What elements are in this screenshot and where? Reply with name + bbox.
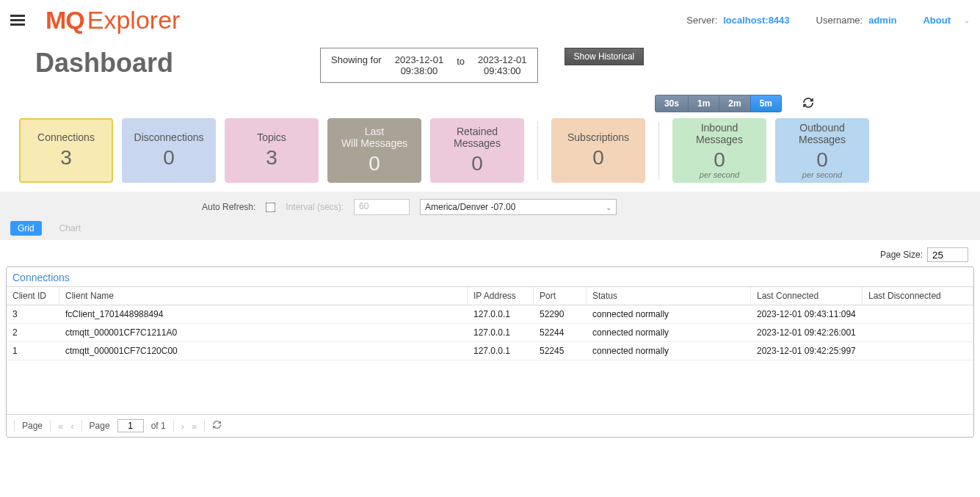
col-last-disc[interactable]: Last Disconnected bbox=[863, 287, 973, 305]
card-separator bbox=[537, 121, 538, 180]
card-subscriptions[interactable]: Subscriptions 0 bbox=[551, 118, 645, 183]
chart-tab[interactable]: Chart bbox=[52, 221, 88, 236]
card-lwt[interactable]: LastWill Messages 0 bbox=[327, 118, 421, 183]
grid-title: Connections bbox=[7, 267, 973, 286]
page-size-label: Page Size: bbox=[880, 250, 923, 260]
table-row[interactable]: 3fcClient_1701448988494127.0.0.152290con… bbox=[7, 305, 973, 324]
username-link[interactable]: admin bbox=[868, 15, 896, 26]
auto-refresh-checkbox[interactable] bbox=[266, 202, 276, 212]
refresh-icon[interactable] bbox=[802, 97, 814, 111]
filters-top: Auto Refresh: Interval (secs): 60 Americ… bbox=[10, 199, 970, 215]
next-page-icon[interactable]: › bbox=[181, 421, 184, 432]
to-time: 09:43:00 bbox=[478, 65, 527, 76]
from-date: 2023-12-01 bbox=[395, 54, 444, 65]
card-inbound[interactable]: InboundMessages 0 per second bbox=[672, 118, 766, 183]
card-title: Connections bbox=[37, 131, 95, 143]
hamburger-icon[interactable] bbox=[10, 12, 25, 28]
card-connections[interactable]: Connections 3 bbox=[19, 118, 113, 183]
header-bar: MQ Explorer Server: localhost:8443 Usern… bbox=[0, 0, 980, 37]
page-label: Page bbox=[22, 421, 43, 431]
card-unit: per second bbox=[802, 170, 842, 179]
logo-explorer: Explorer bbox=[87, 6, 181, 35]
card-topics[interactable]: Topics 3 bbox=[225, 118, 319, 183]
username-label: Username: bbox=[816, 15, 863, 26]
cell: 2023-12-01 09:42:25:997 bbox=[751, 342, 863, 360]
interval-30s-button[interactable]: 30s bbox=[655, 95, 688, 112]
cell: 127.0.0.1 bbox=[468, 305, 534, 323]
cell: connected normally bbox=[587, 324, 751, 341]
cell: 127.0.0.1 bbox=[468, 342, 534, 360]
about-link[interactable]: About bbox=[923, 15, 951, 26]
metric-cards: Connections 3 Disconnections 0 Topics 3 … bbox=[0, 118, 980, 183]
view-mode-tabs: Grid Chart bbox=[10, 215, 970, 236]
showing-for-label: Showing for bbox=[331, 54, 382, 65]
card-title1: Outbound bbox=[799, 122, 845, 134]
grid-header: Client ID Client Name IP Address Port St… bbox=[7, 286, 973, 305]
grid-pager: Page « ‹ Page of 1 › » bbox=[7, 414, 973, 437]
card-retained[interactable]: RetainedMessages 0 bbox=[430, 118, 524, 183]
cell: fcClient_1701448988494 bbox=[59, 305, 468, 323]
col-client-name[interactable]: Client Name bbox=[59, 287, 468, 305]
card-value: 0 bbox=[816, 148, 828, 172]
cell: 2023-12-01 09:42:26:001 bbox=[751, 324, 863, 341]
last-page-icon[interactable]: » bbox=[192, 421, 197, 432]
page-title: Dashboard bbox=[35, 48, 173, 79]
interval-button-group: 30s 1m 2m 5m bbox=[655, 95, 782, 112]
grid-body: 3fcClient_1701448988494127.0.0.152290con… bbox=[7, 305, 973, 414]
col-status[interactable]: Status bbox=[587, 287, 751, 305]
card-value: 0 bbox=[714, 148, 725, 172]
show-historical-button[interactable]: Show Historical bbox=[565, 48, 645, 65]
card-value: 0 bbox=[369, 152, 380, 175]
prev-page-icon[interactable]: ‹ bbox=[70, 421, 73, 432]
server-label: Server: bbox=[686, 15, 717, 26]
grid-tab[interactable]: Grid bbox=[10, 221, 42, 236]
cell: 52290 bbox=[534, 305, 587, 323]
card-title1: Retained bbox=[457, 126, 498, 137]
cell: 2023-12-01 09:43:11:094 bbox=[751, 305, 863, 323]
interval-1m-button[interactable]: 1m bbox=[688, 95, 719, 112]
cell: 1 bbox=[7, 342, 59, 360]
interval-secs-input[interactable]: 60 bbox=[354, 199, 410, 215]
interval-5m-button[interactable]: 5m bbox=[750, 95, 782, 112]
page-size-row: Page Size: bbox=[0, 240, 980, 265]
cell: 127.0.0.1 bbox=[468, 324, 534, 341]
table-row[interactable]: 2ctmqtt_000001CF7C1211A0127.0.0.152244co… bbox=[7, 324, 973, 342]
col-port[interactable]: Port bbox=[534, 287, 587, 305]
card-disconnections[interactable]: Disconnections 0 bbox=[122, 118, 216, 183]
card-title1: Inbound bbox=[701, 122, 738, 134]
card-title: Disconnections bbox=[134, 131, 204, 143]
col-last-conn[interactable]: Last Connected bbox=[751, 287, 863, 305]
to-date: 2023-12-01 bbox=[478, 54, 527, 65]
chevron-down-icon: ⌄ bbox=[606, 203, 611, 211]
cell: connected normally bbox=[587, 305, 751, 323]
app-logo: MQ Explorer bbox=[46, 6, 180, 35]
dashboard-header-row: Dashboard Showing for 2023-12-01 09:38:0… bbox=[0, 37, 980, 87]
time-range-box: Showing for 2023-12-01 09:38:00 to 2023-… bbox=[320, 48, 538, 83]
card-title2: Messages bbox=[454, 137, 501, 149]
card-value: 3 bbox=[266, 146, 277, 170]
page-input[interactable] bbox=[117, 419, 144, 432]
card-title2: Messages bbox=[696, 134, 743, 145]
timezone-value: America/Denver -07.00 bbox=[425, 202, 515, 212]
cell: 52244 bbox=[534, 324, 587, 341]
card-outbound[interactable]: OutboundMessages 0 per second bbox=[775, 118, 869, 183]
from-time: 09:38:00 bbox=[395, 65, 444, 76]
interval-2m-button[interactable]: 2m bbox=[719, 95, 749, 112]
to-label: to bbox=[457, 54, 465, 67]
cell bbox=[863, 324, 973, 341]
chevron-down-icon[interactable]: ⌄ bbox=[964, 16, 970, 24]
server-link[interactable]: localhost:8443 bbox=[723, 15, 789, 26]
cell: 52245 bbox=[534, 342, 587, 360]
card-title1: Last bbox=[365, 126, 384, 137]
col-client-id[interactable]: Client ID bbox=[7, 287, 59, 305]
card-title2: Messages bbox=[799, 134, 846, 145]
pager-refresh-icon[interactable] bbox=[212, 420, 222, 432]
timezone-select[interactable]: America/Denver -07.00 ⌄ bbox=[420, 199, 617, 215]
first-page-icon[interactable]: « bbox=[58, 421, 63, 432]
table-row[interactable]: 1ctmqtt_000001CF7C120C00127.0.0.152245co… bbox=[7, 342, 973, 360]
page-of: of 1 bbox=[151, 421, 166, 431]
col-ip[interactable]: IP Address bbox=[468, 287, 534, 305]
page-size-input[interactable] bbox=[927, 247, 968, 262]
logo-mq: MQ bbox=[46, 6, 84, 35]
card-title2: Will Messages bbox=[341, 137, 407, 149]
